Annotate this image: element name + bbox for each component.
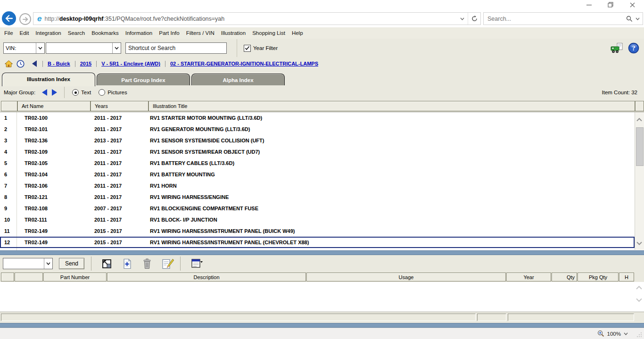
menu-item[interactable]: Information [122, 28, 156, 39]
scrollbar-thumb[interactable] [636, 127, 644, 166]
zoom-dropdown-icon [624, 332, 628, 335]
parts-column-part-number[interactable]: Part Number [43, 273, 107, 281]
table-row[interactable]: 2 TR02-101 2011 - 2017 RV1 GENERATOR MOU… [0, 124, 635, 135]
parts-column-blank1[interactable] [1, 273, 14, 281]
toolbar-divider [180, 256, 181, 271]
add-document-icon [122, 258, 132, 269]
menu-item[interactable]: Edit [17, 28, 33, 39]
parts-column-h[interactable]: H [619, 273, 634, 281]
parts-column-year[interactable]: Year [506, 273, 551, 281]
breadcrumb-link[interactable]: B - Buick [38, 61, 70, 67]
row-number: 4 [4, 149, 7, 155]
view-pictures-radio[interactable] [99, 89, 105, 96]
table-row[interactable]: 6 TR02-104 2011 - 2017 RV1 BATTERY MOUNT… [0, 169, 635, 180]
tab[interactable]: Illustration Index [2, 73, 95, 86]
send-button[interactable]: Send [59, 258, 84, 269]
column-header-illustration-title[interactable]: Illustration Title [149, 101, 635, 111]
table-row[interactable]: 8 TR02-121 2011 - 2017 RV1 WIRING HARNES… [0, 191, 635, 203]
combo-arrow-button[interactable] [44, 258, 52, 269]
scroll-down-icon[interactable] [636, 241, 642, 245]
view-text-radio[interactable] [72, 89, 79, 96]
combo-arrow-button[interactable] [112, 43, 121, 53]
parts-column-qty[interactable]: Qty [552, 273, 577, 281]
breadcrumb-back-button[interactable] [32, 60, 37, 67]
tab[interactable]: Part Group Index [97, 74, 190, 86]
menu-item[interactable]: File [1, 28, 17, 39]
major-group-next-button[interactable] [52, 89, 57, 96]
column-header-years[interactable]: Years [91, 101, 149, 111]
address-bar[interactable]: e http://desktop-l09qrhf:351/PQMace/root… [33, 12, 481, 25]
menu-item[interactable]: Shopping List [249, 28, 289, 39]
search-dropdown-icon[interactable] [636, 17, 640, 20]
scroll-up-icon[interactable] [636, 118, 642, 122]
history-button[interactable] [17, 60, 25, 68]
menu-item[interactable]: Part Info [156, 28, 182, 39]
breadcrumb-link[interactable]: V - 5R1 - Enclave (AWD) [91, 61, 160, 67]
menu-item[interactable]: Integration [32, 28, 64, 39]
header-corner [635, 101, 644, 111]
parts-header-filler [635, 273, 644, 282]
menu-bar: FileEditIntegrationSearchBookmarksInform… [0, 27, 644, 39]
breadcrumb-link[interactable]: 2015 [70, 61, 91, 67]
parts-truck-icon[interactable] [611, 43, 624, 54]
illustration-title-cell: RV1 WIRING HARNESS/INSTRUMENT PANEL (CHE… [150, 240, 309, 245]
help-icon[interactable]: ? [628, 42, 639, 54]
table-row[interactable]: 1 TR02-100 2011 - 2017 RV1 STARTER MOTOR… [0, 112, 635, 124]
send-target-combobox[interactable] [3, 258, 53, 269]
forward-button[interactable] [19, 13, 31, 25]
column-header-rownum[interactable] [1, 101, 17, 111]
home-button[interactable] [5, 60, 13, 67]
major-group-prev-button[interactable] [42, 89, 47, 96]
menu-item[interactable]: Illustration [218, 28, 249, 39]
menu-item[interactable]: Help [289, 28, 306, 39]
illustration-table-body: 1 TR02-100 2011 - 2017 RV1 STARTER MOTOR… [0, 112, 644, 250]
row-number: 2 [4, 126, 7, 132]
parts-list-view-button[interactable] [191, 258, 203, 269]
refresh-button[interactable] [468, 13, 480, 25]
breadcrumb-link[interactable]: 02 - STARTER-GENERATOR-IGNITION-ELECTRIC… [160, 61, 318, 67]
edit-notes-button[interactable] [162, 258, 174, 269]
vin-value-combobox[interactable] [46, 42, 121, 54]
vertical-scrollbar[interactable] [635, 112, 644, 250]
table-row[interactable]: 5 TR02-105 2011 - 2017 RV1 BATTERY CABLE… [0, 157, 635, 169]
table-row[interactable]: 10 TR02-111 2011 - 2017 RV1 BLOCK- I/P J… [0, 214, 635, 225]
open-in-window-button[interactable] [101, 258, 112, 269]
tab[interactable]: Alpha Index [191, 74, 285, 86]
table-row[interactable]: 3 TR02-136 2013 - 2017 RV1 SENSOR SYSTEM… [0, 135, 635, 146]
menu-item[interactable]: Bookmarks [88, 28, 122, 39]
column-header-art-name[interactable]: Art Name [17, 101, 91, 111]
menu-item[interactable]: Filters / VIN [183, 28, 218, 39]
parts-column-description[interactable]: Description [107, 273, 306, 281]
bottom-splitter-bar [0, 323, 644, 328]
shortcut-search-input[interactable] [125, 42, 227, 54]
table-row[interactable]: 4 TR02-109 2011 - 2017 RV1 SENSOR SYSTEM… [0, 146, 635, 157]
delete-button[interactable] [142, 258, 152, 269]
add-item-button[interactable] [122, 258, 132, 269]
restore-button[interactable] [600, 0, 621, 9]
resize-grip[interactable] [636, 332, 642, 338]
table-row[interactable]: 7 TR02-106 2011 - 2017 RV1 HORN [0, 180, 635, 191]
scroll-up-icon[interactable] [636, 286, 642, 290]
zoom-control[interactable]: 100% [597, 328, 628, 339]
parts-column-pkg-qty[interactable]: Pkg Qty [578, 273, 619, 281]
years-cell: 2011 - 2017 [94, 160, 122, 166]
menu-item[interactable]: Search [65, 28, 88, 39]
splitter-bar[interactable] [0, 250, 644, 255]
table-row[interactable]: 11 TR02-149 2015 - 2017 RV1 WIRING HARNE… [0, 225, 635, 237]
combo-arrow-button[interactable] [36, 43, 44, 53]
table-row[interactable]: 12 TR02-149 2015 - 2017 RV1 WIRING HARNE… [0, 237, 635, 248]
year-filter-checkbox[interactable] [244, 45, 251, 52]
table-row[interactable]: 9 TR02-108 2007 - 2017 RV1 BLOCK/ENGINE … [0, 203, 635, 214]
address-dropdown-button[interactable] [457, 13, 468, 25]
minimize-button[interactable] [578, 0, 600, 9]
illustration-title-cell: RV1 GENERATOR MOUNTING (LLT/3.6D) [150, 126, 250, 132]
vin-type-combobox[interactable]: VIN: [3, 42, 45, 54]
search-icon[interactable] [626, 16, 633, 22]
parts-column-blank2[interactable] [15, 273, 43, 281]
close-button[interactable] [621, 0, 643, 9]
scroll-down-icon[interactable] [636, 298, 642, 302]
back-button[interactable] [2, 11, 16, 25]
major-group-label: Major Group: [4, 90, 35, 95]
search-input[interactable] [484, 15, 626, 23]
parts-column-usage[interactable]: Usage [306, 273, 506, 281]
